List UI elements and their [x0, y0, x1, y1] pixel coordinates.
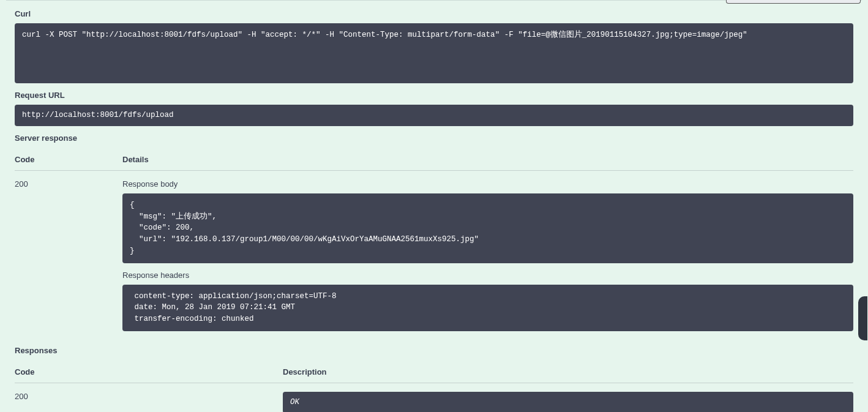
- responses-table-row: 200 OK: [15, 383, 853, 412]
- details-column-header: Details: [122, 155, 853, 164]
- responses-table-header: Code Description: [15, 361, 853, 383]
- response-headers-label: Response headers: [122, 271, 853, 280]
- server-response-header-row: Code Details: [15, 149, 853, 171]
- responses-description-header: Description: [283, 367, 853, 376]
- server-response-label: Server response: [15, 133, 853, 143]
- responses-row-code: 200: [15, 392, 283, 412]
- curl-label: Curl: [15, 9, 853, 18]
- request-url-block[interactable]: http://localhost:8001/fdfs/upload: [15, 105, 853, 126]
- response-headers-block[interactable]: content-type: application/json;charset=U…: [122, 285, 853, 331]
- side-floating-badge[interactable]: [858, 296, 867, 340]
- code-column-header: Code: [15, 155, 122, 164]
- response-code: 200: [15, 179, 122, 339]
- top-right-button-fragment[interactable]: [726, 0, 861, 4]
- responses-label: Responses: [15, 346, 853, 355]
- swagger-response-panel: Curl curl -X POST "http://localhost:8001…: [0, 0, 868, 412]
- request-url-label: Request URL: [15, 91, 853, 100]
- curl-command-block[interactable]: curl -X POST "http://localhost:8001/fdfs…: [15, 23, 853, 83]
- responses-code-header: Code: [15, 367, 283, 376]
- response-body-label: Response body: [122, 179, 853, 189]
- responses-row-description[interactable]: OK: [283, 392, 853, 412]
- server-response-row: 200 Response body { "msg": "上传成功", "code…: [15, 171, 853, 339]
- response-details: Response body { "msg": "上传成功", "code": 2…: [122, 179, 853, 339]
- response-body-block[interactable]: { "msg": "上传成功", "code": 200, "url": "19…: [122, 193, 853, 263]
